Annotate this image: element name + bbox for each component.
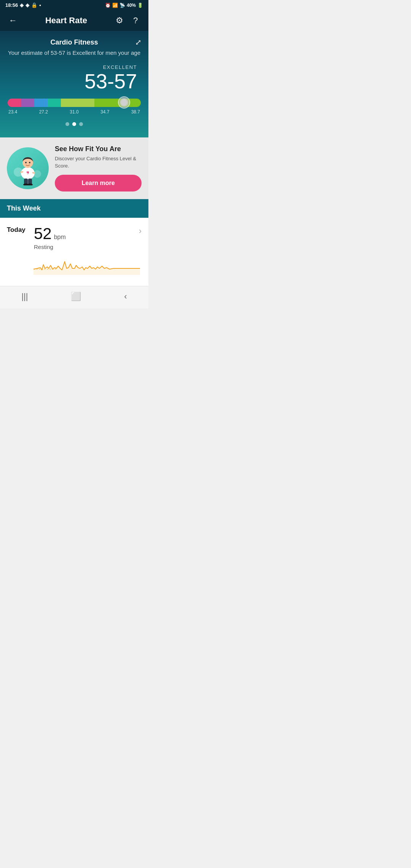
avatar: ✚ <box>7 147 49 189</box>
status-time: 18:56 <box>5 2 18 8</box>
bottom-nav: ||| ⬜ ‹ <box>0 286 148 308</box>
dot-3[interactable] <box>79 122 83 126</box>
bar-label-5: 38.7 <box>131 109 140 115</box>
dot-2[interactable] <box>72 122 76 126</box>
fit-title: See How Fit You Are <box>55 145 142 153</box>
today-stats: 52 bpm Resting <box>34 225 133 250</box>
wifi-icon: 📶 <box>112 3 118 8</box>
fit-description: Discover your Cardio Fitness Level & Sco… <box>55 155 142 169</box>
resting-label: Resting <box>34 244 133 250</box>
bar-label-3: 31.0 <box>70 109 78 115</box>
score-value: 53-57 <box>8 70 137 93</box>
expand-icon[interactable]: ⤢ <box>135 38 142 47</box>
app-header: ← Heart Rate ⚙ ? <box>0 10 148 31</box>
help-button[interactable]: ? <box>129 16 142 26</box>
alarm-icon: ⏰ <box>105 3 111 8</box>
cardio-subtitle: Your estimate of 53-57 is Excellent for … <box>8 49 141 57</box>
home-icon[interactable]: ⬜ <box>71 292 81 302</box>
heart-rate-chart <box>33 254 142 278</box>
svg-point-1 <box>33 170 41 178</box>
today-label: Today <box>7 225 28 234</box>
heart-rate-svg <box>33 254 140 277</box>
menu-icon[interactable]: ||| <box>21 292 28 302</box>
status-icon-2: ◈ <box>25 2 29 8</box>
signal-icon: 📡 <box>119 3 125 8</box>
status-left: 18:56 ◈ ◈ 🔒 • <box>5 2 41 8</box>
page-title: Heart Rate <box>23 16 110 26</box>
dot-1[interactable] <box>65 122 69 126</box>
bpm-row: 52 bpm <box>34 225 133 243</box>
svg-point-6 <box>29 162 30 163</box>
cardio-fitness-section: ⤢ Cardio Fitness Your estimate of 53-57 … <box>0 31 148 137</box>
cardio-title: Cardio Fitness <box>8 38 141 46</box>
bar-labels: 23.4 27.2 31.0 34.7 38.7 <box>8 109 141 115</box>
status-bar: 18:56 ◈ ◈ 🔒 • ⏰ 📶 📡 40% 🔋 <box>0 0 148 10</box>
lock-icon: 🔒 <box>31 2 37 8</box>
bar-segment-purple <box>21 99 34 107</box>
dot-icon: • <box>39 2 41 8</box>
learn-more-button[interactable]: Learn more <box>55 175 142 191</box>
this-week-header: This Week <box>0 199 148 218</box>
bar-segment-pink <box>8 99 21 107</box>
bar-segment-blue <box>34 99 48 107</box>
today-row: Today 52 bpm Resting › <box>7 225 142 250</box>
score-area: EXCELLENT 53-57 <box>8 64 141 93</box>
fit-content: See How Fit You Are Discover your Cardio… <box>55 145 142 191</box>
bar-segment-cyan <box>48 99 61 107</box>
bar-label-4: 34.7 <box>100 109 109 115</box>
bpm-unit: bpm <box>54 234 66 241</box>
status-icon-1: ◈ <box>20 2 24 8</box>
this-week-label: This Week <box>7 204 41 212</box>
score-label: EXCELLENT <box>8 64 137 70</box>
back-button[interactable]: ← <box>7 16 19 26</box>
avatar-illustration: ✚ <box>13 151 43 185</box>
svg-point-5 <box>25 162 27 163</box>
battery-icon: 🔋 <box>137 3 143 8</box>
page-dots <box>8 122 141 126</box>
fit-section: ✚ See How Fit You Are Discover your Card… <box>0 137 148 199</box>
fitness-bar-container: 23.4 27.2 31.0 34.7 38.7 <box>8 99 141 115</box>
bpm-number: 52 <box>34 225 52 243</box>
svg-text:✚: ✚ <box>27 172 28 174</box>
today-section: Today 52 bpm Resting › <box>0 218 148 286</box>
bar-segment-green <box>94 99 141 107</box>
bar-label-1: 23.4 <box>8 109 17 115</box>
bar-segment-light-green <box>61 99 94 107</box>
status-right: ⏰ 📶 📡 40% 🔋 <box>105 3 143 8</box>
battery-text: 40% <box>127 3 136 8</box>
back-nav-icon[interactable]: ‹ <box>124 292 127 302</box>
chevron-right-icon[interactable]: › <box>139 225 142 236</box>
settings-button[interactable]: ⚙ <box>113 16 126 26</box>
bar-label-2: 27.2 <box>39 109 48 115</box>
